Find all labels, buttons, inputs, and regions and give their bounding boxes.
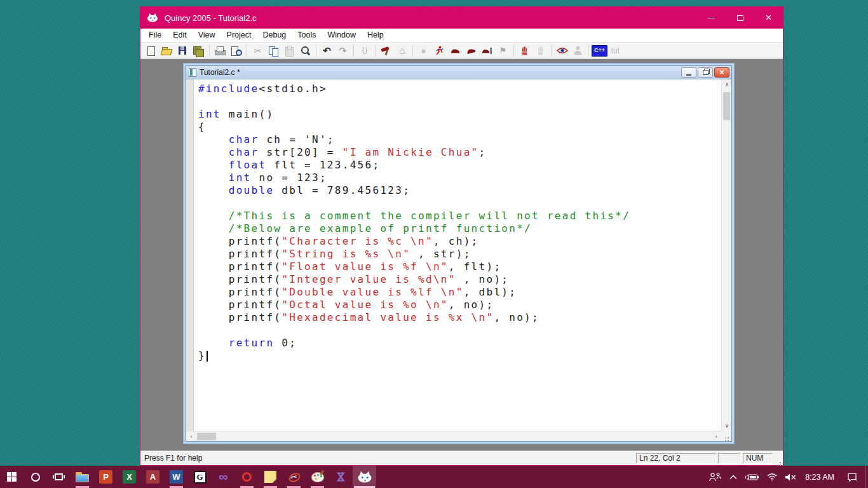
stop-icon: ● (417, 45, 430, 57)
editor[interactable]: #include<stdio.h> int main(){ char ch = … (186, 79, 731, 441)
action-center-button[interactable] (839, 466, 865, 488)
code-line: return 0; (198, 337, 721, 349)
toolbar-paste-button (281, 43, 297, 58)
toolbar-print-preview-button[interactable] (228, 43, 244, 58)
toolbar-save-file-button[interactable] (175, 43, 191, 58)
clock[interactable]: 8:23 AM (800, 473, 839, 482)
toolbar-separator (209, 45, 210, 57)
task-view-icon (55, 473, 63, 480)
toolbar-rebuild-button: ⌂ (394, 43, 410, 58)
window-title: Quincy 2005 - Tutorial2.c (165, 13, 697, 23)
menu-tools[interactable]: Tools (292, 29, 322, 42)
run-to-cursor-icon: ⚑ (497, 45, 509, 57)
document-title: Tutorial2.c * (200, 68, 680, 77)
code-line: { (198, 121, 721, 133)
toolbar-copy-button[interactable] (266, 43, 281, 58)
menu-help[interactable]: Help (362, 29, 390, 42)
maximize-button[interactable] (726, 7, 754, 29)
menu-debug[interactable]: Debug (257, 29, 292, 42)
battery-plug-icon (745, 473, 759, 481)
taskbar-sticky-notes-button[interactable] (259, 466, 282, 488)
vertical-scroll-thumb[interactable] (723, 92, 730, 120)
tray-chevron-up-button[interactable] (726, 466, 741, 488)
doc-minimize-button[interactable] (681, 67, 696, 78)
close-button[interactable]: × (754, 7, 783, 29)
snipping-tool-icon: ✂ (290, 472, 297, 482)
taskbar-excel-button[interactable]: X (118, 466, 141, 488)
code-line: /*This is a comment the compiler will no… (198, 210, 721, 222)
taskbar-start-button[interactable] (0, 466, 24, 488)
taskbar-file-explorer-button[interactable] (71, 466, 94, 488)
doc-restore-button[interactable] (698, 67, 713, 78)
scroll-left-arrow[interactable]: ‹ (186, 431, 196, 442)
menu-project[interactable]: Project (221, 29, 257, 42)
taskbar-access-button[interactable]: A (141, 466, 165, 488)
toolbar-cpp-mode-button[interactable]: C++ (592, 43, 607, 58)
toolbar-separator (513, 45, 514, 57)
code-line: printf("Hexadecimal value is %x \n", no)… (198, 311, 721, 324)
minimize-button[interactable]: ─ (697, 7, 726, 29)
toolbar-toggle-breakpoint-button[interactable] (517, 43, 532, 58)
quincy-cat-icon (147, 13, 158, 22)
desktop: Quincy 2005 - Tutorial2.c ─ × FileEditVi… (0, 0, 868, 488)
scroll-right-arrow[interactable]: › (711, 431, 721, 442)
toolbar-step-into-button[interactable] (463, 43, 479, 58)
resize-grip[interactable] (721, 431, 731, 441)
start-icon (7, 472, 17, 482)
redo-icon: ↷ (337, 45, 349, 57)
toolbar-step-over-button[interactable] (447, 43, 463, 58)
horizontal-scrollbar[interactable]: ‹ › (186, 431, 721, 441)
clear-breakpoints-icon (534, 45, 546, 57)
vertical-scrollbar[interactable]: ∧ ∨ (721, 79, 731, 431)
taskbar-paint-button[interactable] (306, 466, 329, 488)
taskbar-cortana-button[interactable] (24, 466, 47, 488)
code-line: printf("Double value is %lf \n", dbl); (198, 286, 721, 299)
toolbar-save-all-button[interactable] (191, 43, 207, 58)
menu-window[interactable]: Window (322, 29, 362, 42)
chevron-up-icon (729, 475, 737, 480)
toolbar-build-button[interactable] (378, 43, 394, 58)
toolbar-new-file-button[interactable] (143, 43, 159, 58)
scroll-up-arrow[interactable]: ∧ (722, 79, 731, 90)
print-icon (214, 45, 226, 57)
tray-battery-plug-button[interactable] (741, 466, 763, 488)
toolbar-run-button[interactable] (431, 43, 447, 58)
taskbar-word-button[interactable]: W (165, 466, 188, 488)
menu-edit[interactable]: Edit (167, 29, 193, 42)
show-desktop-button[interactable] (865, 466, 868, 488)
toolbar-step-out-button[interactable] (479, 43, 495, 58)
toolbar-print-button[interactable] (212, 43, 228, 58)
text-caret (207, 351, 208, 362)
taskbar-vs-infinity-button[interactable]: ∞ (212, 466, 235, 488)
menu-view[interactable]: View (193, 29, 221, 42)
code-line: /*Below are example of printf function*/ (198, 222, 721, 235)
quincy-app-window: Quincy 2005 - Tutorial2.c ─ × FileEditVi… (140, 6, 783, 466)
step-into-icon (465, 45, 477, 57)
title-bar[interactable]: Quincy 2005 - Tutorial2.c ─ × (140, 7, 783, 29)
cortana-icon (31, 473, 40, 482)
taskbar-g-app-button[interactable]: G (188, 466, 212, 488)
taskbar-task-view-button[interactable] (47, 466, 71, 488)
menu-file[interactable]: File (143, 29, 167, 42)
code-area[interactable]: #include<stdio.h> int main(){ char ch = … (194, 79, 721, 431)
scroll-down-arrow[interactable]: ∨ (722, 421, 731, 431)
toolbar-tutorial-button: tut (607, 43, 623, 58)
document-window: Tutorial2.c * × #include<stdio.h> int ma… (186, 65, 732, 442)
doc-close-button[interactable]: × (714, 67, 729, 78)
toolbar-undo-button[interactable]: ↶ (319, 43, 335, 58)
taskbar-visual-studio-button[interactable]: ⋈ (329, 466, 353, 488)
status-cursor-position: Ln 22, Col 2 (636, 453, 716, 464)
horizontal-scroll-thumb[interactable] (197, 433, 216, 440)
toolbar-watch-button[interactable] (554, 43, 570, 58)
taskbar-snipping-tool-button[interactable]: ✂ (282, 466, 306, 488)
document-icon (189, 68, 196, 77)
tray-volume-muted-button[interactable] (781, 466, 800, 488)
toolbar-open-file-button[interactable] (159, 43, 175, 58)
taskbar-quincy-button[interactable] (353, 466, 376, 488)
toolbar-find-button[interactable] (297, 43, 313, 58)
tray-people-button[interactable] (705, 466, 726, 488)
tray-wifi-button[interactable] (763, 466, 781, 488)
document-title-bar[interactable]: Tutorial2.c * × (186, 66, 731, 79)
taskbar-opera-button[interactable] (235, 466, 259, 488)
taskbar-powerpoint-button[interactable]: P (94, 466, 118, 488)
